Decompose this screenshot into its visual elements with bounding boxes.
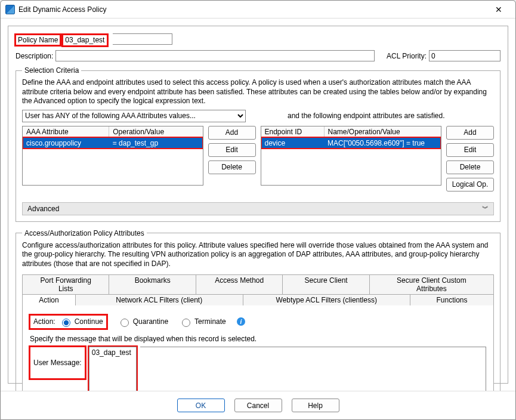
aaa-row-attr: cisco.grouppolicy bbox=[23, 137, 109, 149]
endpoint-buttons: Add Edit Delete Logical Op. bbox=[446, 126, 494, 192]
selection-criteria-group: Selection Criteria Define the AAA and en… bbox=[16, 66, 500, 222]
policy-attributes-group: Access/Authorization Policy Attributes C… bbox=[16, 229, 500, 391]
selection-criteria-legend: Selection Criteria bbox=[22, 66, 81, 75]
user-message-label: User Message: bbox=[30, 347, 85, 379]
ep-delete-button[interactable]: Delete bbox=[446, 160, 494, 174]
aaa-edit-button[interactable]: Edit bbox=[208, 143, 256, 157]
ep-edit-button[interactable]: Edit bbox=[446, 143, 494, 157]
aaa-col-op: Operation/Value bbox=[109, 126, 203, 138]
chevron-down-icon: ︾ bbox=[482, 204, 489, 213]
info-icon[interactable]: i bbox=[237, 317, 245, 326]
titlebar: Edit Dynamic Access Policy ✕ bbox=[1, 1, 515, 18]
tab-secure-client[interactable]: Secure Client bbox=[283, 274, 369, 294]
inner-panel: Policy Name Description: ACL Priority: S… bbox=[8, 26, 508, 384]
radio-continue-input[interactable] bbox=[62, 319, 70, 327]
endpoint-row[interactable]: device MAC["0050.5698.e609"] = true bbox=[261, 137, 441, 149]
radio-terminate-input[interactable] bbox=[182, 319, 190, 327]
policy-name-input[interactable] bbox=[63, 35, 107, 46]
aaa-col-attr: AAA Attribute bbox=[23, 126, 109, 138]
tab-row-1: Port Forwarding Lists Bookmarks Access M… bbox=[22, 274, 494, 294]
description-row: Description: ACL Priority: bbox=[16, 50, 500, 61]
description-label: Description: bbox=[16, 52, 53, 60]
description-input[interactable] bbox=[55, 50, 375, 61]
tabs: Port Forwarding Lists Bookmarks Access M… bbox=[22, 274, 494, 391]
policy-name-row: Policy Name bbox=[16, 33, 500, 47]
radio-continue[interactable]: Continue bbox=[59, 317, 103, 327]
aaa-mode-select[interactable]: User has ANY of the following AAA Attrib… bbox=[22, 110, 246, 122]
advanced-label: Advanced bbox=[27, 205, 59, 213]
ep-row-id: device bbox=[261, 137, 325, 149]
dialog-window: Edit Dynamic Access Policy ✕ Policy Name… bbox=[0, 0, 516, 420]
ep-row-val: MAC["0050.5698.e609"] = true bbox=[324, 137, 441, 149]
acl-priority-input[interactable] bbox=[429, 50, 500, 61]
action-label: Action: bbox=[33, 317, 55, 326]
tab-body-action: Action: Continue Quarantine bbox=[22, 305, 494, 391]
tab-access-method[interactable]: Access Method bbox=[196, 274, 283, 294]
tab-port-forwarding[interactable]: Port Forwarding Lists bbox=[22, 274, 109, 294]
acl-priority-label: ACL Priority: bbox=[387, 52, 427, 60]
close-icon[interactable]: ✕ bbox=[487, 1, 511, 18]
endpoint-table[interactable]: Endpoint ID Name/Operation/Value device … bbox=[261, 126, 442, 186]
ep-add-button[interactable]: Add bbox=[446, 126, 494, 140]
policy-attributes-legend: Access/Authorization Policy Attributes bbox=[22, 229, 147, 237]
tab-row-2: Action Network ACL Filters (client) Webt… bbox=[22, 294, 494, 305]
app-icon bbox=[5, 5, 15, 14]
tab-webtype-acl[interactable]: Webtype ACL Filters (clientless) bbox=[243, 294, 411, 305]
selection-desc: Define the AAA and endpoint attributes u… bbox=[22, 78, 494, 106]
aaa-row-op: = dap_test_gp bbox=[109, 137, 203, 149]
policy-name-label: Policy Name bbox=[16, 35, 60, 45]
endpoint-satisfied-label: and the following endpoint attributes ar… bbox=[288, 112, 445, 120]
radio-quarantine[interactable]: Quarantine bbox=[118, 317, 168, 327]
tab-network-acl[interactable]: Network ACL Filters (client) bbox=[76, 294, 243, 305]
help-button[interactable]: Help bbox=[292, 399, 339, 412]
policy-desc: Configure access/authorization attribute… bbox=[22, 241, 494, 269]
action-row: Action: Continue Quarantine bbox=[30, 313, 486, 335]
tab-sc-custom[interactable]: Secure Client Custom Attributes bbox=[370, 274, 494, 294]
tables-row: AAA Attribute Operation/Value cisco.grou… bbox=[22, 126, 494, 192]
aaa-buttons: Add Edit Delete bbox=[208, 126, 256, 174]
aaa-add-button[interactable]: Add bbox=[208, 126, 256, 140]
user-message-hint: Specify the message that will be display… bbox=[30, 335, 486, 343]
aaa-row[interactable]: cisco.grouppolicy = dap_test_gp bbox=[23, 137, 203, 149]
advanced-bar[interactable]: Advanced ︾ bbox=[22, 202, 494, 215]
content-area: Policy Name Description: ACL Priority: S… bbox=[1, 18, 515, 391]
window-title: Edit Dynamic Access Policy bbox=[18, 5, 487, 14]
aaa-delete-button[interactable]: Delete bbox=[208, 160, 256, 174]
radio-quarantine-input[interactable] bbox=[120, 319, 129, 327]
cancel-button[interactable]: Cancel bbox=[234, 399, 282, 412]
aaa-table[interactable]: AAA Attribute Operation/Value cisco.grou… bbox=[22, 126, 203, 186]
ok-button[interactable]: OK bbox=[177, 399, 225, 412]
dialog-footer: OK Cancel Help bbox=[1, 391, 515, 419]
ep-col-id: Endpoint ID bbox=[261, 126, 325, 138]
user-message-row: User Message: bbox=[30, 347, 486, 391]
user-message-input[interactable] bbox=[89, 347, 137, 391]
tab-bookmarks[interactable]: Bookmarks bbox=[109, 274, 196, 294]
ep-col-val: Name/Operation/Value bbox=[324, 126, 441, 138]
ep-logical-button[interactable]: Logical Op. bbox=[446, 178, 494, 192]
user-message-input-ext[interactable] bbox=[140, 347, 486, 391]
tab-functions[interactable]: Functions bbox=[410, 294, 494, 305]
tab-action[interactable]: Action bbox=[22, 294, 76, 305]
radio-terminate[interactable]: Terminate bbox=[179, 317, 226, 327]
